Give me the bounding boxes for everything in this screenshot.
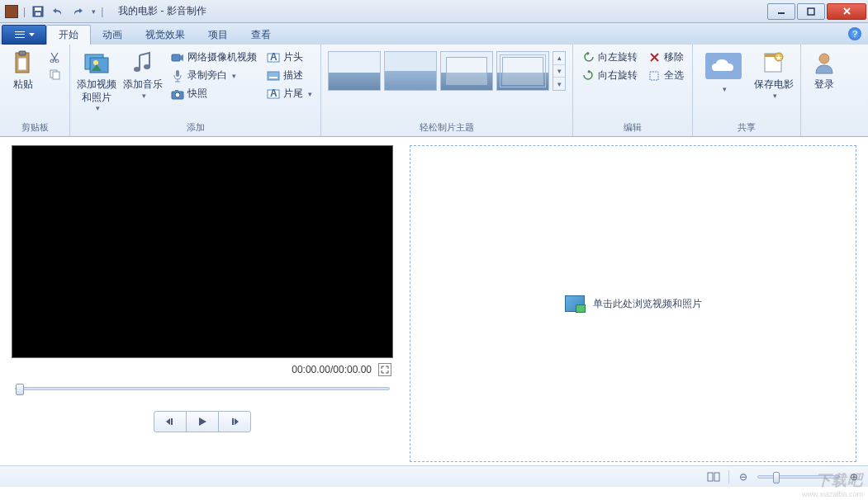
tab-view[interactable]: 查看 — [240, 25, 282, 45]
copy-icon — [48, 68, 61, 81]
signin-button[interactable]: 登录 — [806, 48, 842, 92]
remove-button[interactable]: 移除 — [644, 50, 687, 65]
zoom-thumb[interactable] — [773, 472, 780, 483]
tab-visual-effects[interactable]: 视觉效果 — [134, 25, 197, 45]
svg-text:A: A — [270, 88, 277, 99]
preview-pane: 00:00.00/00:00.00 — [12, 145, 393, 462]
add-videos-photos-label: 添加视频 和照片 — [77, 78, 116, 104]
gallery-up-icon: ▴ — [553, 52, 565, 64]
caption-label: 描述 — [283, 68, 303, 83]
rotate-right-button[interactable]: 向右旋转 — [578, 68, 641, 83]
paste-button[interactable]: 粘贴 — [5, 48, 41, 92]
svg-point-16 — [144, 64, 150, 69]
seek-slider[interactable] — [12, 381, 393, 396]
svg-rect-34 — [171, 418, 173, 425]
svg-rect-6 — [19, 51, 26, 55]
camera-icon — [171, 87, 184, 101]
storyboard-dropzone[interactable]: 单击此处浏览视频和照片 — [410, 145, 856, 462]
record-narration-label: 录制旁白 — [187, 68, 227, 83]
view-switch-button[interactable] — [707, 471, 720, 483]
credits-icon: A — [267, 87, 280, 101]
snapshot-button[interactable]: 快照 — [168, 86, 260, 101]
group-clipboard: 粘贴 剪贴板 — [0, 45, 70, 136]
chevron-down-icon: ▾ — [232, 72, 236, 80]
group-signin-label — [806, 122, 842, 136]
qat-save-button[interactable] — [31, 4, 45, 19]
signin-label: 登录 — [814, 78, 834, 92]
minimize-button[interactable] — [767, 3, 795, 20]
chevron-down-icon: ▾ — [308, 90, 312, 98]
webcam-icon — [171, 51, 184, 64]
svg-rect-11 — [53, 72, 59, 79]
playback-controls — [12, 411, 393, 432]
rotate-left-button[interactable]: 向左旋转 — [578, 50, 641, 65]
tab-animations[interactable]: 动画 — [91, 25, 134, 45]
theme-thumb-4[interactable] — [496, 51, 549, 91]
zoom-out-button[interactable]: ⊖ — [738, 471, 749, 483]
credits-button[interactable]: A片尾▾ — [263, 86, 315, 101]
svg-point-33 — [819, 54, 829, 64]
themes-gallery-more[interactable]: ▴ ▾ ▾ — [553, 51, 566, 91]
caption-button[interactable]: 描述 — [263, 68, 315, 83]
remove-label: 移除 — [664, 50, 684, 64]
rotate-right-label: 向右旋转 — [598, 68, 638, 83]
cloud-icon — [704, 50, 743, 83]
play-button[interactable] — [186, 411, 219, 432]
qat-separator-2: | — [101, 6, 103, 17]
group-add: 添加视频 和照片 ▾ 添加音乐 ▾ 网络摄像机视频 录制旁白▾ 快照 A片头 描… — [70, 45, 321, 136]
next-frame-button[interactable] — [218, 411, 251, 432]
copy-button[interactable] — [45, 67, 64, 82]
qat-undo-button[interactable] — [50, 4, 65, 19]
time-display: 00:00.00/00:00.00 — [292, 364, 372, 375]
theme-thumb-1[interactable] — [328, 51, 381, 91]
qat-separator: | — [23, 6, 26, 17]
webcam-video-button[interactable]: 网络摄像机视频 — [168, 50, 260, 65]
seek-thumb[interactable] — [16, 384, 24, 395]
svg-rect-4 — [808, 8, 814, 15]
select-all-button[interactable]: 全选 — [644, 68, 687, 83]
caption-icon — [267, 69, 280, 83]
statusbar: ⊖ ⊕ — [0, 465, 868, 487]
prev-frame-button[interactable] — [154, 411, 187, 432]
paste-label: 粘贴 — [13, 78, 33, 92]
svg-rect-2 — [36, 12, 40, 16]
snapshot-label: 快照 — [187, 87, 207, 101]
microphone-icon — [171, 69, 184, 83]
video-preview[interactable] — [12, 145, 393, 358]
webcam-video-label: 网络摄像机视频 — [187, 50, 257, 64]
tab-project[interactable]: 项目 — [197, 25, 240, 45]
add-music-button[interactable]: 添加音乐 ▾ — [121, 48, 164, 101]
add-media-icon — [83, 50, 110, 76]
watermark: 下载吧 — [816, 470, 863, 490]
title-button[interactable]: A片头 — [263, 50, 315, 65]
select-all-label: 全选 — [664, 68, 684, 83]
theme-thumb-3[interactable] — [440, 51, 493, 91]
share-cloud-button[interactable]: ▾ — [698, 48, 749, 95]
svg-rect-17 — [172, 54, 180, 61]
add-videos-photos-button[interactable]: 添加视频 和照片 ▾ — [75, 48, 118, 114]
title-label: 片头 — [283, 50, 303, 64]
maximize-button[interactable] — [797, 3, 825, 20]
group-edit-label: 编辑 — [578, 120, 687, 136]
record-narration-button[interactable]: 录制旁白▾ — [168, 68, 260, 83]
add-music-label: 添加音乐 — [123, 78, 163, 92]
rotate-right-icon — [581, 69, 595, 83]
svg-rect-36 — [708, 473, 713, 481]
chevron-down-icon: ▾ — [142, 92, 146, 101]
close-button[interactable] — [827, 3, 866, 20]
group-signin: 登录 — [801, 45, 847, 136]
help-button[interactable]: ? — [848, 27, 861, 40]
fullscreen-button[interactable] — [378, 363, 391, 376]
svg-rect-24 — [268, 72, 279, 80]
theme-thumb-2[interactable] — [384, 51, 437, 91]
tab-home[interactable]: 开始 — [46, 25, 91, 45]
svg-text:A: A — [270, 52, 277, 63]
cut-button[interactable] — [45, 50, 64, 64]
qat-customize-dropdown[interactable]: ▾ — [92, 7, 96, 16]
svg-rect-3 — [778, 12, 785, 14]
qat-redo-button[interactable] — [70, 4, 85, 19]
group-themes-label: 轻松制片主题 — [326, 120, 567, 136]
save-movie-button[interactable]: 保存电影 ▾ — [752, 48, 795, 101]
chevron-down-icon: ▾ — [773, 92, 777, 101]
file-menu-button[interactable] — [2, 25, 46, 45]
